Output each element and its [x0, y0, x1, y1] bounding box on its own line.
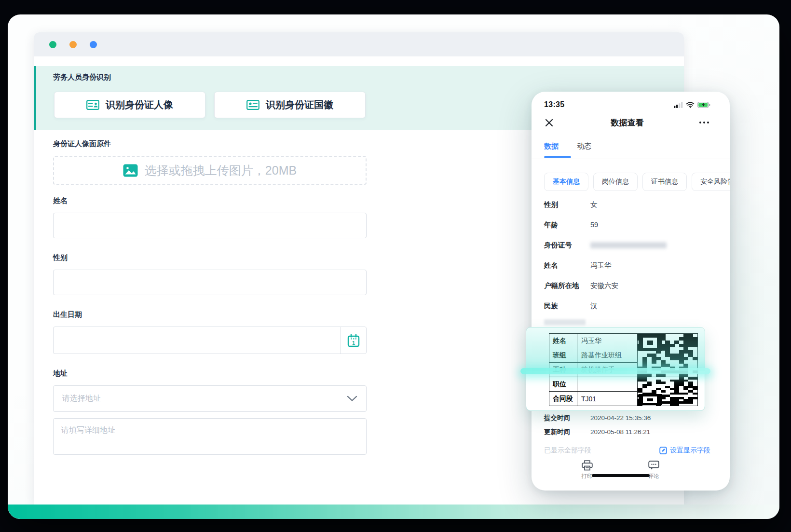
recognition-buttons: 识别身份证人像 识别身份证国徽 — [54, 92, 366, 118]
address-select[interactable]: 请选择地址 — [53, 385, 367, 412]
set-visible-fields-button[interactable]: 设置显示字段 — [659, 446, 710, 455]
field-row: 姓名冯玉华 — [544, 255, 710, 275]
badge-label: 姓名 — [549, 334, 577, 348]
badge-label: 班组 — [549, 348, 577, 363]
badge-value: 桩机操作手 — [577, 363, 638, 377]
tabs-divider — [532, 159, 730, 159]
tab-data[interactable]: 数据 — [544, 142, 559, 151]
field-row: 更新时间2020-05-08 11:26:21 — [544, 425, 710, 439]
phone-page-title: 数据查看 — [544, 117, 710, 128]
address-detail-textarea[interactable] — [53, 418, 367, 455]
badge-value — [577, 377, 638, 392]
status-time: 13:35 — [544, 100, 564, 109]
recognize-emblem-label: 识别身份证国徽 — [266, 98, 333, 111]
upload-dropzone[interactable]: 选择或拖拽上传图片，20MB — [53, 156, 367, 185]
birthdate-input[interactable] — [54, 327, 340, 354]
gender-input[interactable] — [53, 270, 367, 295]
field-value: 冯玉华 — [590, 261, 612, 270]
status-icons — [674, 102, 710, 108]
image-upload-icon — [123, 164, 138, 177]
qr-code-bottom — [638, 377, 698, 406]
field-label: 提交时间 — [544, 414, 590, 423]
badge-label: 合同段 — [549, 392, 577, 406]
chip-safety-notice[interactable]: 安全风险告知 — [692, 173, 730, 191]
app-card: 劳务人员身份识别 识别身份证人像 识别身份证国徽 身份证人像面原件 选择或拖拽上… — [8, 14, 779, 519]
chip-basic-info[interactable]: 基本信息 — [544, 173, 588, 191]
badge-value: TJ01 — [577, 392, 638, 406]
field-label: 户籍所在地 — [544, 281, 590, 290]
badge-label: 工种 — [549, 363, 577, 377]
field-label: 年龄 — [544, 220, 590, 230]
phone-status-bar: 13:35 — [544, 99, 710, 110]
field-row: 性别女 — [544, 194, 710, 215]
recognize-emblem-button[interactable]: 识别身份证国徽 — [214, 92, 366, 118]
id-card-emblem-icon — [246, 100, 259, 110]
window-dot-maximize[interactable] — [90, 41, 97, 48]
field-row: 年龄59 — [544, 215, 710, 235]
badge-scan-overlay: 姓名 冯玉华 班组 路基作业班组 工种 桩机操作手 职位 合同段 TJ01 — [526, 327, 705, 411]
badge-value: 冯玉华 — [577, 334, 638, 348]
field-row: 提交时间2020-04-22 15:35:36 — [544, 411, 710, 425]
field-label: 民族 — [544, 301, 590, 311]
close-button[interactable] — [544, 118, 554, 128]
home-indicator[interactable] — [592, 474, 650, 477]
gender-field-label: 性别 — [53, 253, 68, 262]
badge-value: 路基作业班组 — [577, 348, 638, 363]
address-select-placeholder: 请选择地址 — [62, 394, 347, 404]
field-label: 姓名 — [544, 261, 590, 270]
basic-info-fields: 性别女 年龄59 身份证号 姓名冯玉华 户籍所在地安徽六安 民族汉 — [544, 194, 710, 316]
field-row: 身份证号 — [544, 235, 710, 255]
tab-activity[interactable]: 动态 — [577, 142, 591, 151]
print-action-label: 打印 — [582, 473, 593, 480]
birthdate-input-group: 1 — [53, 327, 367, 354]
close-icon — [545, 119, 553, 127]
field-label: 更新时间 — [544, 428, 590, 437]
comment-action-label: 评论 — [648, 473, 659, 480]
browser-titlebar — [34, 32, 684, 56]
field-value: 59 — [590, 221, 598, 229]
field-row: 民族汉 — [544, 296, 710, 316]
active-tab-underline — [544, 156, 571, 158]
field-value: 2020-05-08 11:26:21 — [590, 428, 650, 436]
hidden-field-smudge — [544, 319, 586, 325]
window-dot-close[interactable] — [49, 41, 56, 48]
id-number-blurred-value — [590, 242, 667, 248]
upload-hint-text: 选择或拖拽上传图片，20MB — [145, 163, 297, 178]
wifi-icon — [686, 102, 695, 108]
svg-text:1: 1 — [352, 340, 355, 346]
phone-nav-bar: 数据查看 — [544, 116, 710, 129]
chip-post-info[interactable]: 岗位信息 — [593, 173, 638, 191]
badge-label: 职位 — [549, 377, 577, 392]
section-accent-bar — [34, 66, 36, 130]
field-row: 户籍所在地安徽六安 — [544, 275, 710, 296]
window-dot-minimize[interactable] — [69, 41, 77, 48]
calendar-icon: 1 — [347, 334, 360, 347]
calendar-picker-button[interactable]: 1 — [340, 327, 366, 354]
more-button[interactable] — [698, 120, 710, 125]
name-field-label: 姓名 — [53, 196, 68, 205]
section-title: 劳务人员身份识别 — [53, 73, 111, 82]
all-fields-shown-note: 已显示全部字段 — [544, 446, 591, 455]
recognize-portrait-button[interactable]: 识别身份证人像 — [54, 92, 205, 118]
chip-certificate-info[interactable]: 证书信息 — [642, 173, 687, 191]
qr-code-top — [638, 334, 698, 377]
badge-table: 姓名 冯玉华 班组 路基作业班组 工种 桩机操作手 职位 合同段 TJ01 — [549, 333, 698, 406]
set-visible-fields-label: 设置显示字段 — [670, 446, 710, 455]
cellular-signal-icon — [674, 102, 683, 108]
name-input[interactable] — [53, 213, 367, 238]
comment-icon — [648, 460, 659, 471]
page-background: 劳务人员身份识别 识别身份证人像 识别身份证国徽 身份证人像面原件 选择或拖拽上… — [0, 0, 791, 532]
phone-tabs: 数据 动态 — [544, 142, 710, 151]
id-card-portrait-icon — [86, 100, 99, 110]
edit-fields-icon — [659, 447, 667, 454]
recognize-portrait-label: 识别身份证人像 — [106, 98, 173, 111]
field-value: 安徽六安 — [590, 281, 618, 290]
fields-footer: 已显示全部字段 设置显示字段 — [544, 444, 710, 457]
upload-field-label: 身份证人像面原件 — [53, 139, 111, 149]
field-label: 身份证号 — [544, 241, 590, 250]
info-category-chips: 基本信息 岗位信息 证书信息 安全风险告知 — [544, 173, 730, 191]
birthdate-field-label: 出生日期 — [53, 310, 82, 319]
field-label: 性别 — [544, 200, 590, 209]
address-field-label: 地址 — [53, 369, 68, 378]
more-icon — [699, 121, 709, 124]
